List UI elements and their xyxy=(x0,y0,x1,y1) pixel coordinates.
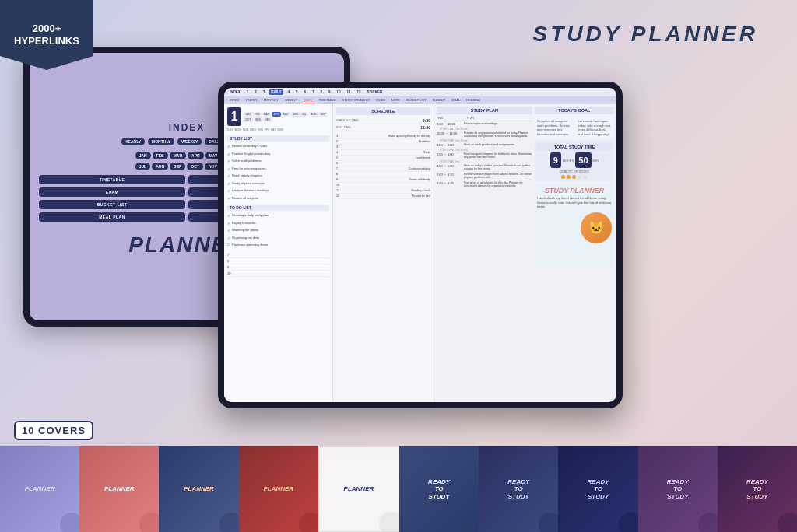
cover-circle-4 xyxy=(299,513,318,532)
sub-budget[interactable]: BUDGET xyxy=(430,97,448,103)
sub-weekly[interactable]: WEEKLY xyxy=(283,97,300,103)
nav-2[interactable]: 2 xyxy=(252,89,259,95)
sub-strategy[interactable]: STUDY STRATEGY xyxy=(340,97,373,103)
grid-timetable[interactable]: TIMETABLE xyxy=(39,175,185,184)
day-wed: WED xyxy=(250,128,256,131)
study-plan-header: STUDY PLAN xyxy=(437,107,532,114)
nav-12[interactable]: 12 xyxy=(355,89,363,95)
sub-exam[interactable]: EXAM xyxy=(374,97,387,103)
dp-jun[interactable]: JUN xyxy=(291,112,300,117)
nav-yearly[interactable]: YEARLY xyxy=(121,138,145,145)
month-mar[interactable]: MAR xyxy=(170,152,186,159)
month-feb[interactable]: FEB xyxy=(153,152,168,159)
month-oct[interactable]: OCT xyxy=(187,163,203,170)
covers-section: PLANNER PLANNER PLANNER PLANNER PLANNER … xyxy=(0,446,797,532)
nav-9[interactable]: 9 xyxy=(326,89,333,95)
sp-row-3: 1:00 → 2:00 Work on math problems and as… xyxy=(437,142,532,149)
dp-jul[interactable]: JUL xyxy=(300,112,308,117)
nav-daily-active[interactable]: DAILY xyxy=(269,89,283,95)
month-sep[interactable]: SEP xyxy=(170,163,185,170)
minutes-box: 50 xyxy=(575,152,591,168)
cover-thumb-2[interactable]: PLANNER xyxy=(79,446,159,532)
month-apr[interactable]: APR xyxy=(188,152,204,159)
cover-circle-6 xyxy=(459,513,479,532)
cover-text-4: PLANNER xyxy=(263,485,293,493)
sp-row-2: 10:30 → 12:00 Prepare for any quizzes sc… xyxy=(437,131,532,139)
sub-reading[interactable]: READING xyxy=(464,97,483,103)
total-time-header: TOTAL STUDY TIME xyxy=(537,143,612,151)
cover-circle-2 xyxy=(139,513,159,532)
dp-sep[interactable]: SEP xyxy=(319,112,328,117)
grid-bucket-list[interactable]: BUCKET LIST xyxy=(39,200,185,209)
nav-4[interactable]: 4 xyxy=(285,89,292,95)
dp-oct[interactable]: OCT xyxy=(244,117,252,122)
cover-thumb-6[interactable]: READYTOSTUDY xyxy=(399,446,479,532)
nav-weekly[interactable]: WEEKLY xyxy=(177,138,202,145)
cover-thumb-10[interactable]: READYTOSTUDY xyxy=(718,446,797,532)
day-thu: THU xyxy=(258,128,263,131)
month-jan[interactable]: JAN xyxy=(135,152,151,159)
dp-dec[interactable]: DEC xyxy=(263,117,272,122)
sub-note[interactable]: NOTE xyxy=(389,97,402,103)
nav-sticker-top[interactable]: STICKER xyxy=(365,89,385,95)
sp-row-6: 7:00 → 8:30 Review science chapter from … xyxy=(437,172,532,180)
nav-8[interactable]: 8 xyxy=(318,89,325,95)
d-50: D-50 xyxy=(227,128,233,131)
dp-feb[interactable]: FEB xyxy=(253,112,262,117)
day-tue: TUE xyxy=(243,128,248,131)
cover-thumb-7[interactable]: READYTOSTUDY xyxy=(479,446,558,532)
day-mon: MON xyxy=(235,128,241,131)
nav-index[interactable]: INDEX xyxy=(227,89,243,95)
grid-exam[interactable]: EXAM xyxy=(39,187,185,197)
grid-meal-plan[interactable]: MEAL PLAN xyxy=(39,212,185,222)
todo-item-4: ✓Organising my desk xyxy=(227,236,329,241)
month-jul[interactable]: JUL xyxy=(135,163,150,170)
dp-aug[interactable]: AUG xyxy=(309,112,318,117)
cover-thumb-1[interactable]: PLANNER xyxy=(0,446,79,532)
study-item-3: ✓Solve math problems xyxy=(227,159,329,164)
page-title: STUDY PLANNER xyxy=(532,22,758,47)
nav-7[interactable]: 7 xyxy=(310,89,317,95)
nav-10[interactable]: 10 xyxy=(335,89,343,95)
sub-monthly[interactable]: MONTHLY xyxy=(262,97,281,103)
study-item-6: ✓Study physics concepts xyxy=(227,181,329,187)
sub-daily[interactable]: DAILY xyxy=(301,97,314,103)
cover-thumb-3[interactable]: PLANNER xyxy=(159,446,238,532)
index-title: INDEX xyxy=(169,122,205,133)
dp-mar[interactable]: MAR xyxy=(262,112,272,117)
sub-meal[interactable]: MEAL xyxy=(449,97,462,103)
tablet-front-screen: INDEX 1 2 3 DAILY 4 5 6 7 8 9 10 11 12 S… xyxy=(224,88,616,402)
nav-3[interactable]: 3 xyxy=(261,89,268,95)
schedule-panel: SCHEDULE WAKE UP TIME6:30 BED TIME11:30 … xyxy=(333,104,434,402)
sub-index[interactable]: INDEX xyxy=(227,97,241,103)
dp-apr[interactable]: APR xyxy=(272,112,280,117)
month-aug[interactable]: AUG xyxy=(152,163,168,170)
goal-text-2: Let's study hard again today; take enoug… xyxy=(578,119,612,136)
q-dot-1 xyxy=(561,175,565,179)
nav-11[interactable]: 11 xyxy=(345,89,353,95)
nav-5[interactable]: 5 xyxy=(293,89,300,95)
banner-line1: 2000+ xyxy=(33,23,61,35)
cover-thumb-8[interactable]: READYTOSTUDY xyxy=(558,446,637,532)
q-dot-5 xyxy=(583,175,587,179)
sub-timetable[interactable]: TIMETABLE xyxy=(317,97,339,103)
sub-yearly[interactable]: YEARLY xyxy=(243,97,260,103)
cover-thumb-4[interactable]: PLANNER xyxy=(239,446,318,532)
dp-may[interactable]: MAY xyxy=(282,112,290,117)
nav-6[interactable]: 6 xyxy=(301,89,308,95)
cover-thumb-5[interactable]: PLANNER xyxy=(318,446,399,532)
todo-label: TO DO LIST xyxy=(227,205,329,211)
day-sat: SAT xyxy=(271,128,276,131)
sub-bucket[interactable]: BUCKET LIST xyxy=(404,97,429,103)
nav-monthly[interactable]: MONTHLY xyxy=(148,138,174,145)
nav-1[interactable]: 1 xyxy=(244,89,251,95)
study-plan-col: STUDY PLAN TIME PLAN 9:00 → 10:30 Review… xyxy=(437,107,532,268)
cover-thumb-9[interactable]: READYTOSTUDY xyxy=(638,446,718,532)
dp-jan[interactable]: JAN xyxy=(244,112,252,117)
dp-nov[interactable]: NOV xyxy=(254,117,263,122)
tablet-front: INDEX 1 2 3 DAILY 4 5 6 7 8 9 10 11 12 S… xyxy=(218,82,623,408)
cover-text-1: PLANNER xyxy=(25,485,55,493)
date-month-pills: JAN FEB MAR APR MAY JUN JUL AUG SEP OCT … xyxy=(244,112,329,122)
q-dot-4 xyxy=(578,175,581,179)
todays-goal-header: TODAY'S GOAL xyxy=(535,107,614,114)
